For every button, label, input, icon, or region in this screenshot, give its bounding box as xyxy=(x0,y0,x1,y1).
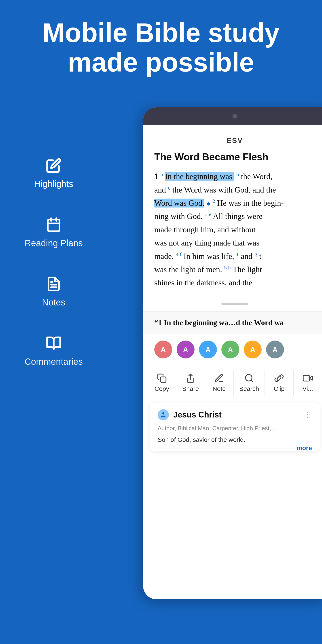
copy-icon xyxy=(157,373,167,383)
search-icon xyxy=(244,373,254,383)
bible-version[interactable]: ESV xyxy=(154,136,315,145)
reading-plans-icon-container xyxy=(45,216,62,234)
verse-1-cont2: the Word was with God, and the Word was … xyxy=(154,185,284,287)
main-container: Mobile Bible study made possible Highlig… xyxy=(0,0,322,644)
hero-title-line1: Mobile Bible study xyxy=(42,18,280,48)
copy-label: Copy xyxy=(154,385,169,392)
verse-4-cont: and xyxy=(241,252,254,261)
hero-section: Mobile Bible study made possible xyxy=(0,18,322,77)
verse-4-start: In him was life, xyxy=(184,252,234,261)
video-icon xyxy=(303,373,312,383)
color-btn-blue[interactable]: A xyxy=(199,340,217,358)
footnote-c: c xyxy=(168,185,170,191)
info-description: Son of God, savior of the world. xyxy=(158,435,312,444)
notes-icon xyxy=(46,276,62,292)
video-button[interactable]: Vi... xyxy=(294,370,322,396)
verse-4-num: 4 f xyxy=(176,251,182,257)
color-btn-gray[interactable]: A xyxy=(266,340,284,358)
verse-5-num: 5 h xyxy=(224,264,231,270)
camera-dot xyxy=(232,114,237,118)
footnote-a: a xyxy=(160,172,163,177)
svg-line-9 xyxy=(251,380,253,382)
footnote-b: b xyxy=(236,172,239,177)
text-selection-cursor xyxy=(207,202,210,206)
search-button[interactable]: Search xyxy=(234,370,265,396)
highlights-label: Highlights xyxy=(34,179,73,189)
color-btn-purple[interactable]: A xyxy=(177,340,194,358)
note-label: Note xyxy=(213,385,226,392)
bible-text-body: 1 a In the beginning was b the Word,and … xyxy=(154,169,315,290)
share-icon xyxy=(186,373,196,383)
notes-label: Notes xyxy=(42,298,66,308)
footnote-g: g xyxy=(254,251,257,257)
hero-title: Mobile Bible study made possible xyxy=(14,18,308,77)
color-btn-orange[interactable]: A xyxy=(244,340,262,358)
copy-button[interactable]: Copy xyxy=(148,370,176,396)
share-label: Share xyxy=(182,385,199,392)
feature-notes[interactable]: Notes xyxy=(42,275,66,308)
info-card: Jesus Christ ⋮ Author, Biblical Man, Car… xyxy=(150,402,320,451)
book-icon xyxy=(46,336,62,351)
phone-top-bar xyxy=(143,107,322,125)
feature-reading-plans[interactable]: Reading Plans xyxy=(24,216,83,248)
share-button[interactable]: Share xyxy=(176,370,205,396)
verse-preview-bar: “1 In the beginning wa…d the Word wa xyxy=(143,312,322,334)
hero-title-line2: made possible xyxy=(68,47,254,77)
highlights-icon-container xyxy=(45,156,62,174)
svg-rect-0 xyxy=(48,220,60,231)
footnote-e: 3 e xyxy=(205,211,211,217)
info-menu-dots[interactable]: ⋮ xyxy=(304,410,312,420)
info-avatar xyxy=(158,409,169,420)
calendar-icon xyxy=(46,217,62,232)
edit-icon xyxy=(46,158,62,173)
commentaries-icon-container xyxy=(45,334,62,352)
action-buttons-row: Copy Share Note xyxy=(143,365,322,400)
color-btn-green[interactable]: A xyxy=(222,340,239,358)
info-more-link[interactable]: more xyxy=(297,444,312,452)
highlighted-passage: In the beginning was xyxy=(165,172,234,181)
note-button[interactable]: Note xyxy=(205,370,234,396)
footnote-1: 1 xyxy=(236,251,239,257)
clip-button[interactable]: Clip xyxy=(265,370,294,396)
person-icon xyxy=(160,412,166,418)
verse-1-num: 1 xyxy=(154,172,158,181)
note-icon xyxy=(214,373,224,383)
video-label: Vi... xyxy=(302,385,313,392)
verse-preview-text: “1 In the beginning wa…d the Word wa xyxy=(154,318,284,327)
bible-content: ESV The Word Became Flesh 1 a In the beg… xyxy=(143,125,322,296)
svg-rect-11 xyxy=(303,375,310,381)
chapter-title: The Word Became Flesh xyxy=(154,152,315,162)
svg-marker-10 xyxy=(310,376,312,380)
features-column: Highlights Reading Plans xyxy=(0,156,94,367)
notes-icon-container xyxy=(45,275,62,293)
feature-commentaries[interactable]: Commentaries xyxy=(24,334,83,367)
phone-mockup: ESV The Word Became Flesh 1 a In the beg… xyxy=(143,107,322,599)
highlighted-passage-2: Word was God. xyxy=(154,198,204,208)
color-btn-red[interactable]: A xyxy=(154,340,172,358)
svg-rect-6 xyxy=(160,377,166,382)
svg-point-12 xyxy=(162,412,164,414)
search-label: Search xyxy=(239,385,259,392)
feature-highlights[interactable]: Highlights xyxy=(34,156,73,189)
info-card-header: Jesus Christ ⋮ xyxy=(158,409,312,420)
scroll-divider xyxy=(222,303,248,305)
info-name: Jesus Christ xyxy=(173,410,222,420)
commentaries-label: Commentaries xyxy=(24,357,83,367)
reading-plans-label: Reading Plans xyxy=(24,238,83,248)
info-tags: Author, Biblical Man, Carpenter, High Pr… xyxy=(158,425,312,432)
clip-icon xyxy=(274,373,284,383)
color-buttons-row: A A A A A A xyxy=(143,334,322,365)
clip-label: Clip xyxy=(274,385,284,392)
